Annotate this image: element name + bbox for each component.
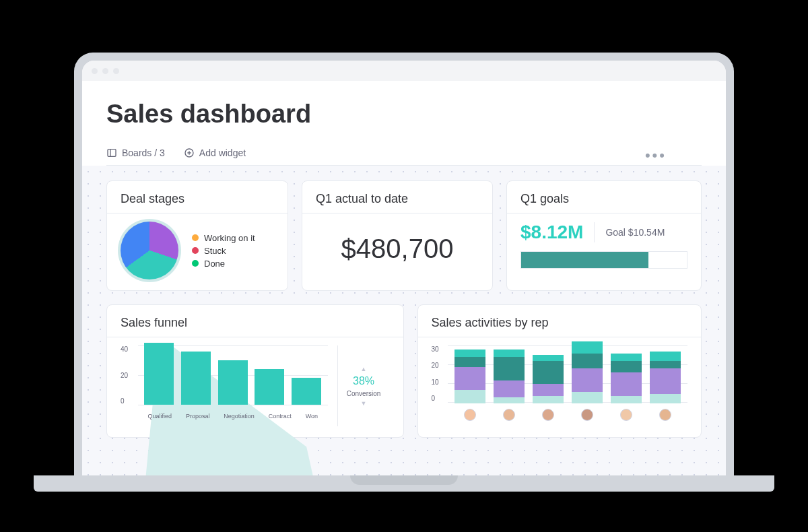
card-sales-activities[interactable]: Sales activities by rep 3020100 xyxy=(417,304,702,438)
add-widget-label: Add widget xyxy=(199,147,246,158)
rep-avatar[interactable] xyxy=(581,409,593,421)
funnel-xlabel: Won xyxy=(306,413,318,420)
arrow-up-icon: ▲ xyxy=(361,366,367,372)
pie-legend: Working on it Stuck Done xyxy=(192,230,255,271)
legend-label: Stuck xyxy=(204,246,226,256)
activity-stack xyxy=(650,352,681,403)
activity-stack xyxy=(533,355,564,403)
boards-count[interactable]: Boards / 3 xyxy=(106,147,165,158)
legend-item: Stuck xyxy=(192,246,255,256)
card-title: Sales activities by rep xyxy=(432,316,687,337)
screen: Sales dashboard ••• Boards / 3 Add widge… xyxy=(82,61,726,484)
legend-label: Working on it xyxy=(204,233,255,243)
card-sales-funnel[interactable]: Sales funnel 40200 QualifiedProposalNego… xyxy=(106,304,404,438)
window-dot xyxy=(113,68,119,74)
funnel-xlabel: Qualified xyxy=(147,413,172,420)
laptop-base xyxy=(34,475,774,492)
conversion-value: 38% xyxy=(353,375,374,387)
laptop-frame: Sales dashboard ••• Boards / 3 Add widge… xyxy=(74,53,734,484)
arrow-down-icon: ▼ xyxy=(361,400,367,407)
plus-circle-icon xyxy=(184,147,195,158)
window-dot xyxy=(102,68,108,74)
add-widget-button[interactable]: Add widget xyxy=(184,147,246,158)
legend-swatch xyxy=(192,234,199,241)
page-title: Sales dashboard xyxy=(106,100,702,129)
funnel-bar xyxy=(181,352,211,405)
card-kpi-q1-actual[interactable]: Q1 actual to date $480,700 xyxy=(302,180,493,291)
rep-avatar[interactable] xyxy=(620,409,632,421)
window-titlebar xyxy=(82,61,726,81)
legend-swatch xyxy=(192,247,199,254)
subheader: Boards / 3 Add widget xyxy=(106,147,702,166)
svg-rect-0 xyxy=(108,149,116,157)
card-title: Deal stages xyxy=(121,192,274,213)
goal-target: Goal $10.54M xyxy=(605,227,665,238)
more-menu-icon[interactable]: ••• xyxy=(645,147,667,164)
funnel-xlabel: Proposal xyxy=(186,413,210,420)
funnel-xlabel: Contract xyxy=(269,413,292,420)
page-content: Sales dashboard ••• Boards / 3 Add widge… xyxy=(82,81,726,484)
legend-swatch xyxy=(192,260,199,267)
legend-item: Done xyxy=(192,259,255,269)
conversion-label: Conversion xyxy=(347,390,381,397)
rep-avatar[interactable] xyxy=(659,409,671,421)
legend-label: Done xyxy=(204,259,225,269)
card-deal-stages[interactable]: Deal stages Working on it xyxy=(106,180,288,291)
activity-stack xyxy=(572,341,603,403)
goal-value: $8.12M xyxy=(520,222,583,243)
card-q1-goals[interactable]: Q1 goals $8.12M Goal $10.54M xyxy=(506,180,702,291)
card-title: Q1 goals xyxy=(520,192,687,213)
window-dot xyxy=(92,68,98,74)
conversion-panel: ▲ 38% Conversion ▼ xyxy=(337,345,390,426)
funnel-bar xyxy=(255,369,284,405)
funnel-bar xyxy=(292,378,321,405)
funnel-bar xyxy=(218,360,248,405)
activities-chart: 3020100 xyxy=(432,345,687,426)
activity-stack xyxy=(611,353,642,403)
laptop-notch xyxy=(350,475,458,485)
deal-stages-pie-chart xyxy=(121,222,178,279)
kpi-value: $480,700 xyxy=(316,234,479,264)
funnel-xlabel: Negotiation xyxy=(224,413,255,420)
activity-stack xyxy=(494,350,525,403)
funnel-chart: 40200 QualifiedProposalNegotiationContra… xyxy=(121,345,328,426)
activity-stack xyxy=(454,350,485,403)
dashboard-canvas: Deal stages Working on it xyxy=(82,166,726,484)
boards-icon xyxy=(106,147,117,158)
rep-avatar[interactable] xyxy=(464,409,476,421)
legend-item: Working on it xyxy=(192,233,255,243)
rep-avatar[interactable] xyxy=(542,409,554,421)
rep-avatar[interactable] xyxy=(503,409,515,421)
card-title: Sales funnel xyxy=(121,316,390,337)
card-title: Q1 actual to date xyxy=(316,192,479,213)
boards-label: Boards / 3 xyxy=(122,147,165,158)
funnel-bar xyxy=(144,343,174,405)
goal-progress-bar xyxy=(520,251,687,269)
